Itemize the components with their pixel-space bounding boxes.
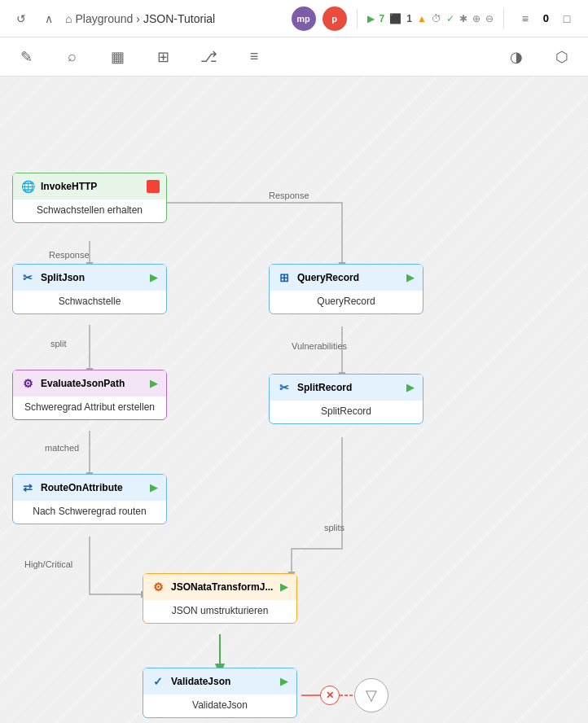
refresh-button[interactable]: ↺: [10, 7, 33, 30]
node-invokeHTTP[interactable]: 🌐 InvokeHTTP Schwachstellen erhalten: [12, 173, 167, 223]
node-validateJson-header: ✓ ValidateJson ▶: [143, 668, 296, 695]
node-invokeHTTP-type: InvokeHTTP: [41, 181, 97, 192]
node-queryRecord[interactable]: ⊞ QueryRecord ▶ QueryRecord: [269, 264, 423, 314]
play-icon-split-record: ▶: [403, 381, 416, 394]
clock-icon: ⏱: [432, 13, 441, 24]
triangle-icon: ▲: [417, 13, 427, 24]
node-routeOnAttribute-header: ⇄ RouteOnAttribute ▶: [13, 475, 166, 501]
node-jsonataTransform-type: JSONataTransformJ...: [171, 581, 273, 593]
canvas[interactable]: Response Response split matched Vulnerab…: [0, 77, 588, 723]
node-invokeHTTP-label: Schwachstellen erhalten: [13, 199, 166, 222]
avatar-mp[interactable]: mp: [292, 7, 316, 31]
edit-tool[interactable]: ✎: [13, 44, 39, 70]
avatar-p[interactable]: p: [323, 7, 347, 31]
node-validateJson-label: ValidateJson: [143, 695, 296, 717]
label-split: split: [50, 339, 67, 348]
home-icon[interactable]: ⌂: [65, 12, 72, 25]
label-vulnerabilities: Vulnerabilities: [292, 341, 347, 351]
play-icon-validate: ▶: [277, 675, 290, 688]
play-icon-jsonata: ▶: [277, 581, 290, 594]
settings-icon[interactable]: ≡: [514, 7, 537, 30]
node-jsonataTransform-label: JSON umstrukturieren: [143, 600, 296, 623]
label-response2: Response: [49, 250, 90, 260]
add-icon: ⊕: [472, 13, 480, 24]
evaluate-icon: ⚙: [20, 375, 36, 392]
play-icon-evaluate: ▶: [147, 377, 160, 390]
check-icon: ✓: [446, 13, 454, 24]
top-bar-right: mp p ▶ 7 ⬛ 1 ▲ ⏱ ✓ ✱ ⊕ ⊖ ≡ 0 □: [292, 7, 579, 31]
warning-count: 1: [406, 13, 412, 24]
status-group: ▶ 7 ⬛ 1 ▲ ⏱ ✓ ✱ ⊕ ⊖: [367, 13, 494, 24]
node-splitRecord-header: ✂ SplitRecord ▶: [270, 375, 423, 401]
breadcrumb: ⌂ Playground › JSON-Tutorial: [65, 12, 215, 25]
node-validateJson-type: ValidateJson: [171, 676, 230, 687]
split-record-icon: ✂: [276, 379, 292, 396]
label-highcritical: High/Critical: [24, 559, 72, 569]
x-connector[interactable]: ✕: [320, 686, 340, 705]
node-invokeHTTP-header: 🌐 InvokeHTTP: [13, 173, 166, 199]
layers-tool[interactable]: ⊞: [150, 44, 176, 70]
play-count: 7: [380, 13, 385, 24]
node-queryRecord-label: QueryRecord: [270, 291, 423, 313]
node-routeOnAttribute-type: RouteOnAttribute: [41, 482, 123, 493]
nav-up[interactable]: ∧: [37, 7, 60, 30]
node-jsonataTransform-header: ⚙ JSONataTransformJ... ▶: [143, 574, 296, 600]
git-tool[interactable]: ⎇: [195, 44, 222, 70]
node-evaluateJsonPath-type: EvaluateJsonPath: [41, 378, 125, 389]
settings-count: 0: [543, 12, 549, 24]
node-splitRecord-type: SplitRecord: [297, 382, 352, 393]
calendar-tool[interactable]: ▦: [104, 44, 130, 70]
node-queryRecord-header: ⊞ QueryRecord ▶: [270, 265, 423, 291]
top-bar-left: ↺ ∧ ⌂ Playground › JSON-Tutorial: [10, 7, 285, 30]
palette-tool[interactable]: ◑: [503, 44, 529, 70]
node-splitJson-type: SplitJson: [41, 272, 85, 283]
play-icon: ▶: [367, 13, 375, 24]
node-queryRecord-type: QueryRecord: [297, 272, 359, 283]
node-routeOnAttribute-label: Nach Schweregrad routen: [13, 501, 166, 524]
node-evaluateJsonPath[interactable]: ⚙ EvaluateJsonPath ▶ Schweregrad Attribu…: [12, 370, 167, 420]
node-evaluateJsonPath-label: Schweregrad Attribut erstellen: [13, 397, 166, 419]
play-icon-splitJson: ▶: [147, 271, 160, 284]
label-response1: Response: [269, 191, 309, 200]
node-splitRecord-label: SplitRecord: [270, 401, 423, 423]
asterisk-icon: ✱: [459, 13, 467, 24]
query-icon: ⊞: [276, 269, 292, 286]
globe-icon: 🌐: [20, 178, 36, 195]
play-icon-query: ▶: [403, 271, 416, 284]
node-validateJson[interactable]: ✓ ValidateJson ▶ ValidateJson: [143, 668, 297, 718]
play-icon-route: ▶: [147, 481, 160, 494]
node-splitJson-header: ✂ SplitJson ▶: [13, 265, 166, 291]
chart-tool[interactable]: ⬡: [549, 44, 575, 70]
jsonata-icon: ⚙: [150, 579, 166, 595]
node-splitRecord[interactable]: ✂ SplitRecord ▶ SplitRecord: [269, 374, 423, 424]
minus-icon: ⊖: [485, 13, 494, 24]
divider-2: [503, 9, 504, 28]
top-bar: ↺ ∧ ⌂ Playground › JSON-Tutorial mp p ▶ …: [0, 0, 588, 37]
breadcrumb-separator: ›: [136, 12, 140, 25]
nav-arrows: ∧: [37, 7, 60, 30]
breadcrumb-parent[interactable]: Playground: [75, 12, 133, 25]
list-tool[interactable]: ≡: [241, 44, 267, 70]
route-icon: ⇄: [20, 480, 36, 496]
node-stop-icon: [147, 180, 160, 193]
node-splitJson[interactable]: ✂ SplitJson ▶ Schwachstelle: [12, 264, 167, 314]
toolbar: ✎ ⌕ ▦ ⊞ ⎇ ≡ ◑ ⬡: [0, 37, 588, 77]
warning-icon: ⬛: [389, 13, 402, 24]
node-routeOnAttribute[interactable]: ⇄ RouteOnAttribute ▶ Nach Schweregrad ro…: [12, 474, 167, 524]
label-matched: matched: [45, 443, 79, 453]
funnel-node-right[interactable]: ▽: [354, 678, 388, 712]
node-jsonataTransform[interactable]: ⚙ JSONataTransformJ... ▶ JSON umstruktur…: [143, 573, 297, 624]
validate-icon: ✓: [150, 673, 166, 690]
divider-1: [357, 9, 358, 28]
label-splits: splits: [324, 523, 344, 532]
node-splitJson-label: Schwachstelle: [13, 291, 166, 313]
breadcrumb-current: JSON-Tutorial: [143, 12, 215, 25]
search-tool[interactable]: ⌕: [59, 44, 85, 70]
node-evaluateJsonPath-header: ⚙ EvaluateJsonPath ▶: [13, 370, 166, 397]
window-icon[interactable]: □: [555, 7, 578, 30]
scissors-icon: ✂: [20, 269, 36, 286]
